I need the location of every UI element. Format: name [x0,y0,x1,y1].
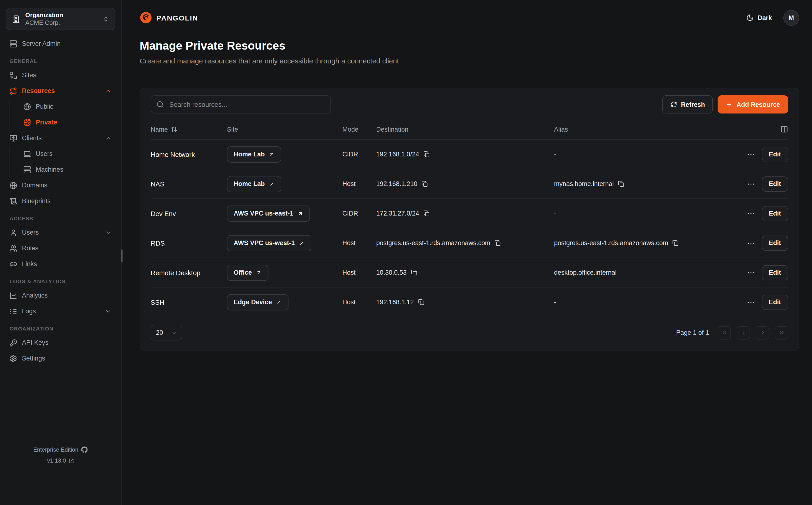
page-size-value: 20 [156,329,163,336]
site-link-button[interactable]: Home Lab [227,146,281,162]
last-page-button[interactable] [775,326,788,339]
edit-button[interactable]: Edit [762,235,788,250]
table-header: Name Site Mode Destination Alias [151,119,788,140]
destination-value: 172.31.27.0/24 [376,210,419,217]
theme-toggle[interactable]: Dark [746,14,772,21]
page-info: Page 1 of 1 [676,329,709,336]
row-menu-button[interactable] [747,239,755,247]
row-menu-button[interactable] [747,150,755,159]
sidebar-item-public[interactable]: Public [20,99,116,115]
sidebar-item-analytics[interactable]: Analytics [6,288,116,303]
edit-button[interactable]: Edit [762,176,788,191]
sidebar-item-label: Public [36,103,53,110]
toolbar-right: Refresh Add Resource [662,96,788,114]
chevron-up-icon [105,88,112,94]
row-menu-button[interactable] [747,298,755,306]
copy-icon[interactable] [495,240,501,246]
copy-icon[interactable] [423,210,430,216]
version-label: v1.13.0 [47,457,66,464]
sort-icon[interactable] [171,126,177,133]
sidebar-scrollbar[interactable] [121,249,123,262]
copy-icon[interactable] [411,270,417,276]
copy-icon[interactable] [618,181,624,187]
resource-name: RDS [151,239,227,247]
copy-icon[interactable] [422,181,428,187]
resource-mode: Host [342,180,376,187]
edit-button[interactable]: Edit [762,147,788,162]
sidebar-item-blueprints[interactable]: Blueprints [6,193,116,209]
plus-icon [726,101,733,108]
table-row: SSH Edge Device Host 192.168.1.12 - Edit [151,288,788,317]
chart-line-icon [10,292,17,299]
edit-button[interactable]: Edit [762,206,788,221]
chevron-down-icon [105,308,112,315]
version-link[interactable]: v1.13.0 [47,457,74,464]
arrow-up-right-icon [269,181,275,187]
add-resource-button[interactable]: Add Resource [718,96,788,114]
row-menu-button[interactable] [747,209,755,218]
page-size-select[interactable]: 20 [151,325,182,340]
avatar[interactable]: M [783,10,799,25]
sidebar-item-server-admin[interactable]: Server Admin [6,36,116,51]
github-icon [81,446,88,453]
arrow-up-right-icon [299,240,305,246]
sidebar-item-sites[interactable]: Sites [6,67,116,83]
sidebar-item-logs[interactable]: Logs [6,303,116,319]
sidebar-section-organization: ORGANIZATION [10,326,112,332]
users-icon [10,244,17,252]
sidebar-item-api-keys[interactable]: API Keys [6,335,116,350]
edition-link[interactable]: Enterprise Edition [33,446,88,453]
destination-value: 10.30.0.53 [376,269,407,276]
prev-page-button[interactable] [737,326,750,339]
copy-icon[interactable] [418,299,424,305]
site-name: Office [234,269,252,276]
chevron-up-icon [105,135,112,141]
sidebar-item-links[interactable]: Links [6,256,116,272]
refresh-icon [670,101,677,108]
sidebar-item-users[interactable]: Users [6,224,116,240]
sidebar-item-label: Machines [36,166,63,173]
next-page-button[interactable] [756,326,769,339]
column-header-mode: Mode [342,126,376,133]
chevrons-right-icon [778,330,785,336]
column-header-destination: Destination [376,126,554,133]
site-link-button[interactable]: AWS VPC us-west-1 [227,235,312,251]
sidebar-item-clients[interactable]: Clients [6,130,116,146]
site-link-button[interactable]: Edge Device [227,294,289,310]
sidebar-item-private[interactable]: Private [20,115,116,130]
copy-icon[interactable] [672,240,679,246]
globe-icon [23,103,31,111]
site-link-button[interactable]: AWS VPC us-east-1 [227,205,310,221]
gear-icon [10,355,17,362]
destination-value: 192.168.1.210 [376,180,417,187]
sidebar-item-roles[interactable]: Roles [6,240,116,256]
sidebar-section-general: GENERAL [10,58,112,64]
sidebar-item-label: Blueprints [22,197,50,205]
edit-button[interactable]: Edit [762,295,788,310]
sidebar-item-label: Logs [22,308,36,315]
first-page-button[interactable] [718,326,731,339]
route-icon [10,87,17,95]
alias-value: postgres.us-east-1.rds.amazonaws.com [554,239,668,246]
copy-icon[interactable] [423,151,430,157]
search-input[interactable] [151,96,331,114]
site-link-button[interactable]: Office [227,265,269,281]
columns-toggle-button[interactable] [781,126,788,133]
site-name: Home Lab [234,151,265,158]
row-menu-button[interactable] [747,268,755,277]
edit-button[interactable]: Edit [762,265,788,280]
org-switcher[interactable]: Organization ACME Corp. [6,8,116,30]
refresh-button[interactable]: Refresh [662,96,713,114]
sidebar-item-client-users[interactable]: Users [20,146,116,162]
brand-logo[interactable]: PANGOLIN [140,11,198,24]
search-icon [156,101,164,108]
sidebar-item-resources[interactable]: Resources [6,83,116,99]
pangolin-logo-icon [140,11,152,24]
sidebar-item-settings[interactable]: Settings [6,350,116,366]
external-link-icon [69,458,74,463]
sidebar-item-domains[interactable]: Domains [6,177,116,193]
sidebar-item-machines[interactable]: Machines [20,162,116,177]
row-menu-button[interactable] [747,180,755,188]
site-link-button[interactable]: Home Lab [227,176,281,192]
column-header-site: Site [227,126,342,133]
